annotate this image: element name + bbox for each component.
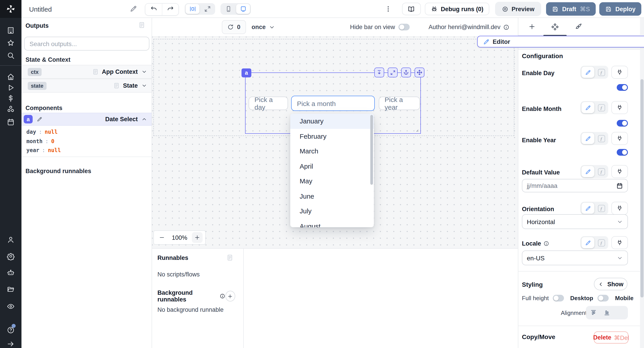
- connect-input-button[interactable]: [611, 132, 628, 145]
- show-styling-button[interactable]: Show: [594, 278, 628, 290]
- component-id-badge[interactable]: a: [242, 68, 251, 78]
- pick-month-input[interactable]: Pick a month: [291, 96, 375, 111]
- desktop-toggle[interactable]: [598, 295, 609, 302]
- expand-down-button[interactable]: [374, 68, 384, 78]
- locale-select[interactable]: en-US: [522, 250, 628, 265]
- align-bottom-button[interactable]: [600, 307, 613, 318]
- outputs-doc-icon[interactable]: [138, 22, 145, 29]
- static-input-button[interactable]: [582, 203, 594, 214]
- state-row[interactable]: state State: [22, 79, 152, 92]
- month-option[interactable]: May: [290, 174, 374, 188]
- calendar-icon[interactable]: [616, 182, 623, 189]
- tab-component-settings[interactable]: [544, 18, 567, 36]
- prop-day[interactable]: day:null: [26, 128, 61, 137]
- sidebar-item-schedules[interactable]: [7, 118, 15, 126]
- pencil-icon[interactable]: [37, 116, 42, 122]
- edit-title-button[interactable]: [130, 5, 137, 12]
- pick-day-input[interactable]: Pick a day: [249, 96, 288, 110]
- sidebar-item-home[interactable]: [7, 73, 15, 81]
- sidebar-item-resources[interactable]: [7, 105, 15, 113]
- prop-month[interactable]: month:0: [26, 137, 61, 146]
- runnables-doc-icon[interactable]: [226, 254, 234, 261]
- prop-year[interactable]: year:null: [26, 146, 61, 155]
- sidebar-item-audit-logs[interactable]: [7, 302, 15, 310]
- orientation-select[interactable]: Horizontal: [522, 214, 628, 229]
- eval-input-button[interactable]: ƒ: [596, 133, 607, 144]
- hide-bar-toggle[interactable]: [398, 24, 410, 30]
- canvas-grid[interactable]: a Pick a day Pick a month Pick a year Ja…: [152, 37, 518, 248]
- zoom-in-button[interactable]: [192, 232, 202, 243]
- move-button[interactable]: [414, 68, 424, 78]
- zoom-out-button[interactable]: [156, 232, 167, 243]
- settings-scrollbar-track[interactable]: [640, 18, 644, 348]
- sidebar-item-workspace[interactable]: [7, 26, 15, 34]
- sidebar-item-variables[interactable]: [7, 94, 15, 102]
- connect-input-button[interactable]: [611, 202, 628, 215]
- tab-preview[interactable]: Preview: [496, 3, 540, 15]
- component-row-a[interactable]: a Date Select: [22, 113, 152, 126]
- redo-button[interactable]: [162, 4, 178, 15]
- enable-month-toggle[interactable]: [617, 120, 628, 126]
- static-input-button[interactable]: [582, 133, 594, 144]
- chevron-up-icon[interactable]: [141, 116, 147, 122]
- chevron-down-icon[interactable]: [141, 69, 147, 75]
- docs-button[interactable]: [402, 3, 420, 15]
- tab-editor[interactable]: Editor: [477, 36, 644, 48]
- chevron-down-icon[interactable]: [141, 83, 147, 88]
- debug-runs-button[interactable]: Debug runs (0): [425, 3, 489, 15]
- sidebar-item-folders[interactable]: [7, 286, 15, 294]
- schedule-dropdown[interactable]: once: [252, 24, 275, 30]
- tab-global-styling[interactable]: [567, 18, 590, 36]
- anchor-button[interactable]: [401, 68, 411, 78]
- sidebar-item-runs[interactable]: [7, 84, 15, 92]
- info-icon[interactable]: [503, 24, 510, 30]
- fullscreen-layout-button[interactable]: [200, 4, 214, 14]
- refresh-button[interactable]: 0: [222, 20, 246, 34]
- info-icon[interactable]: [220, 293, 226, 299]
- search-outputs-input[interactable]: [24, 37, 149, 50]
- static-input-button[interactable]: [582, 102, 594, 113]
- full-height-toggle[interactable]: [553, 295, 564, 302]
- month-option[interactable]: April: [290, 158, 374, 174]
- sidebar-item-workers[interactable]: [7, 269, 15, 277]
- sidebar-item-settings[interactable]: [7, 252, 15, 260]
- connect-input-button[interactable]: [611, 165, 628, 178]
- delete-component-button[interactable]: Delete ⌘Del: [594, 332, 628, 344]
- month-option[interactable]: January: [290, 114, 374, 128]
- month-option[interactable]: July: [290, 204, 374, 218]
- resize-handle[interactable]: [414, 127, 419, 132]
- month-option[interactable]: March: [290, 144, 374, 158]
- pick-year-input[interactable]: Pick a year: [379, 96, 420, 110]
- app-title[interactable]: Untitled: [29, 0, 52, 18]
- component-id-badge[interactable]: a: [24, 115, 33, 124]
- add-background-runnable-button[interactable]: [226, 291, 235, 302]
- static-input-button[interactable]: [582, 67, 594, 78]
- desktop-view-button[interactable]: [236, 4, 250, 14]
- eval-input-button[interactable]: ƒ: [596, 237, 607, 248]
- center-layout-button[interactable]: [186, 4, 200, 14]
- static-input-button[interactable]: [582, 166, 594, 177]
- align-top-button[interactable]: [587, 307, 600, 318]
- ctx-row[interactable]: ctx App Context: [22, 65, 152, 79]
- static-input-button[interactable]: [582, 237, 594, 248]
- enable-year-toggle[interactable]: [617, 149, 628, 156]
- fullsize-button[interactable]: [388, 68, 398, 78]
- eval-input-button[interactable]: ƒ: [596, 166, 607, 177]
- settings-scrollbar-thumb[interactable]: [640, 79, 644, 298]
- eval-input-button[interactable]: ƒ: [596, 67, 607, 78]
- connect-input-button[interactable]: [611, 66, 628, 79]
- eval-input-button[interactable]: ƒ: [596, 203, 607, 214]
- enable-day-toggle[interactable]: [617, 84, 628, 91]
- month-option[interactable]: June: [290, 188, 374, 204]
- sidebar-item-users[interactable]: [7, 236, 15, 244]
- deploy-button[interactable]: Deploy: [599, 2, 641, 16]
- eval-input-button[interactable]: ƒ: [596, 102, 607, 113]
- connect-input-button[interactable]: [611, 101, 628, 114]
- default-value-date-input[interactable]: jj/mm/aaaa: [522, 179, 628, 192]
- info-icon[interactable]: [544, 241, 549, 246]
- sidebar-collapse-button[interactable]: [7, 340, 15, 348]
- undo-button[interactable]: [145, 4, 162, 15]
- mobile-view-button[interactable]: [222, 4, 235, 14]
- more-menu-button[interactable]: [384, 3, 392, 15]
- dropdown-scrollbar[interactable]: [370, 115, 373, 185]
